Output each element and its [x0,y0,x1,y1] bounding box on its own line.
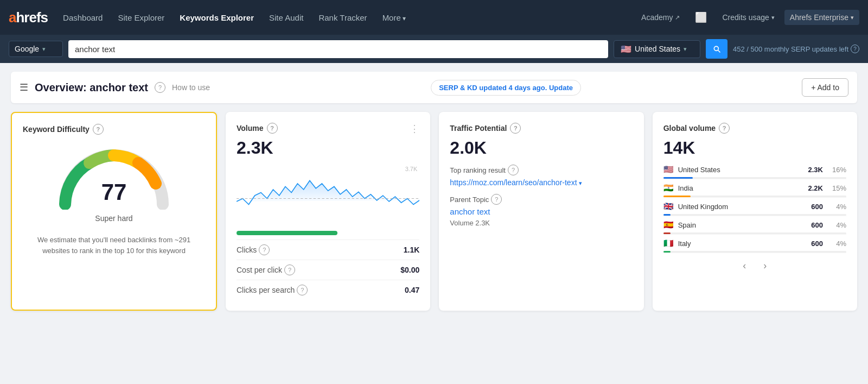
volume-value: 2.3K [237,138,278,158]
nav-enterprise[interactable]: Ahrefs Enterprise [784,10,859,25]
country-vol-3: 600 [804,221,823,229]
country-row: 🇮🇹 Italy 600 4% [663,234,846,253]
country-pct-2: 4% [827,203,846,211]
country-pct-4: 4% [827,240,846,248]
search-button[interactable] [706,39,727,59]
pagination: ‹ › [663,258,846,274]
page-header-left: ☰ Overview: anchor text ? How to use [20,81,210,94]
country-name-1: India [678,184,800,192]
cards-grid: Keyword Difficulty ? [11,112,857,311]
nav-right-section: Academy ↗ ⬜ Credits usage Ahrefs Enterpr… [636,8,859,27]
prev-page-button[interactable]: ‹ [738,258,750,274]
search-input-wrapper [68,40,608,58]
traffic-card-title: Traffic Potential ? [450,123,633,134]
country-pct-3: 4% [827,221,846,229]
nav-monitor-icon[interactable]: ⬜ [690,8,712,27]
countries-list: 🇺🇸 United States 2.3K 16% 🇮🇳 India 2.2K … [663,160,846,253]
nav-site-explorer[interactable]: Site Explorer [111,9,171,27]
country-pct-1: 15% [827,184,846,192]
global-help-icon[interactable]: ? [719,123,730,134]
country-flag-0: 🇺🇸 [663,165,674,174]
country-name-3: Spain [678,221,800,229]
us-flag: 🇺🇸 [621,44,631,54]
volume-card: Volume ? 2.3K ⋮ 3.7K [226,112,430,311]
clicks-help-icon[interactable]: ? [259,244,270,255]
nav-rank-tracker[interactable]: Rank Tracker [312,9,373,27]
country-row: 🇬🇧 United Kingdom 600 4% [663,197,846,216]
kd-help-icon[interactable]: ? [93,124,104,135]
parent-topic-volume: Volume 2.3K [450,219,633,227]
engine-label: Google [15,45,39,53]
country-bar-4 [663,251,671,253]
cps-help-icon[interactable]: ? [297,285,308,295]
country-flag-2: 🇬🇧 [663,202,674,211]
add-to-button[interactable]: + Add to [802,78,848,97]
nav-keywords-explorer[interactable]: Keywords Explorer [173,9,260,27]
volume-menu-icon[interactable]: ⋮ [410,123,419,135]
kd-description: We estimate that you'll need backlinks f… [23,235,205,256]
kd-card-title: Keyword Difficulty ? [23,124,205,135]
top-ranking-label: Top ranking result ? [450,165,633,175]
ranking-dropdown-icon: ▾ [579,180,582,186]
country-name-0: United States [678,166,800,174]
country-vol-0: 2.3K [804,166,823,174]
country-vol-4: 600 [804,240,823,248]
volume-card-title: Volume ? [237,123,278,134]
page-title: Overview: anchor text [35,81,148,94]
menu-icon[interactable]: ☰ [20,81,28,93]
traffic-help-icon[interactable]: ? [510,123,521,134]
gauge-number: 77 [101,179,127,205]
nav-more[interactable]: More [376,9,413,27]
cps-value: 0.47 [405,286,419,294]
country-selector[interactable]: 🇺🇸 United States [614,40,700,58]
next-page-button[interactable]: › [759,258,771,274]
cpc-help-icon[interactable]: ? [284,265,295,275]
search-icon [712,45,721,53]
country-name-4: Italy [678,240,800,248]
top-ranking-help-icon[interactable]: ? [508,165,519,175]
volume-help-icon[interactable]: ? [267,123,278,134]
ranking-url-link[interactable]: https://moz.com/learn/seo/anchor-text ▾ [450,178,582,187]
cpc-value: $0.00 [400,266,419,274]
parent-topic-help-icon[interactable]: ? [491,194,502,205]
main-content: ☰ Overview: anchor text ? How to use SER… [0,63,868,319]
nav-academy[interactable]: Academy ↗ [636,10,685,25]
parent-topic-link[interactable]: anchor text [450,207,490,216]
page-header: ☰ Overview: anchor text ? How to use SER… [11,72,857,103]
top-navigation: ahrefs Dashboard Site Explorer Keywords … [0,0,868,35]
gauge-container: 77 Super hard [23,139,205,228]
metric-row-cps: Clicks per search ? 0.47 [237,280,419,300]
gauge-value: 77 [101,179,127,205]
volume-chart: 3.7K [237,166,419,225]
country-row: 🇪🇸 Spain 600 4% [663,216,846,234]
country-label: United States [635,45,680,53]
country-vol-1: 2.2K [804,184,823,192]
country-row: 🇺🇸 United States 2.3K 16% [663,160,846,179]
country-vol-2: 600 [804,203,823,211]
volume-bar [237,231,337,235]
global-card-title: Global volume ? [663,123,846,134]
parent-topic-label: Parent Topic ? [450,194,633,205]
nav-site-audit[interactable]: Site Audit [263,9,310,27]
country-name-2: United Kingdom [678,203,800,211]
nav-credits-usage[interactable]: Credits usage [717,10,780,25]
search-input[interactable] [68,40,608,58]
gauge-wrapper: 77 [54,144,174,210]
global-volume-card: Global volume ? 14K 🇺🇸 United States 2.3… [653,112,857,311]
engine-selector[interactable]: Google [9,41,63,57]
metric-row-clicks: Clicks ? 1.1K [237,240,419,260]
serp-help-icon[interactable]: ? [851,45,859,53]
nav-dashboard[interactable]: Dashboard [56,9,109,27]
search-bar: Google 🇺🇸 United States 452 / 500 monthl… [0,35,868,63]
gauge-label: Super hard [95,214,132,223]
country-flag-3: 🇪🇸 [663,220,674,230]
logo[interactable]: ahrefs [9,9,48,26]
page-help-icon[interactable]: ? [155,82,165,93]
keyword-difficulty-card: Keyword Difficulty ? [11,112,217,311]
external-link-icon: ↗ [675,14,680,21]
how-to-link[interactable]: How to use [172,83,210,92]
metric-row-cpc: Cost per click ? $0.00 [237,260,419,280]
update-link[interactable]: Update [549,84,573,92]
country-bar-wrapper-4 [663,251,846,253]
clicks-value: 1.1K [404,245,420,254]
